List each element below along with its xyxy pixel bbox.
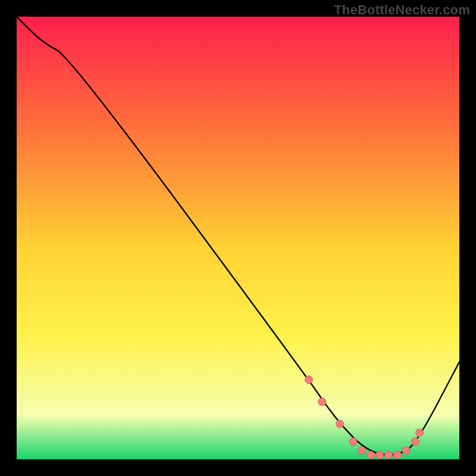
marker-point bbox=[358, 447, 366, 455]
marker-point bbox=[336, 420, 344, 428]
marker-point bbox=[349, 438, 357, 446]
plot-area bbox=[17, 17, 459, 459]
marker-point bbox=[411, 438, 419, 446]
marker-point bbox=[305, 376, 313, 384]
marker-point bbox=[393, 451, 401, 459]
gradient-background bbox=[17, 17, 459, 459]
marker-point bbox=[367, 451, 375, 459]
marker-point bbox=[376, 451, 384, 459]
chart-svg bbox=[17, 17, 459, 459]
marker-point bbox=[384, 451, 392, 459]
chart-stage: TheBottleNecker.com bbox=[0, 0, 476, 476]
watermark-text: TheBottleNecker.com bbox=[334, 2, 470, 18]
marker-point bbox=[318, 398, 326, 406]
marker-point bbox=[402, 447, 410, 455]
marker-point bbox=[416, 429, 424, 437]
